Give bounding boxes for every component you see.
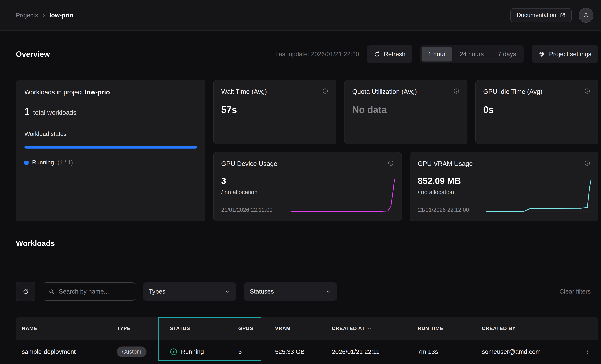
info-icon[interactable]	[453, 88, 459, 94]
time-range-24-hours[interactable]: 24 hours	[453, 47, 490, 61]
refresh-icon	[22, 288, 29, 295]
cell-created-by: someuser@amd.com	[482, 348, 581, 355]
stat-cards: Wait Time (Avg) 57s Quota Utilization (A…	[213, 80, 598, 221]
external-link-icon	[560, 12, 565, 18]
types-dropdown-label: Types	[149, 288, 165, 295]
refresh-icon	[374, 51, 380, 57]
breadcrumb-projects[interactable]: Projects	[16, 12, 38, 19]
refresh-label: Refresh	[384, 51, 405, 58]
gpu-idle-time-title: GPU Idle Time (Avg)	[483, 88, 542, 96]
column-header-gpus[interactable]: GPUS	[238, 326, 275, 332]
documentation-button[interactable]: Documentation	[511, 8, 571, 22]
column-header-type[interactable]: TYPE	[117, 326, 170, 332]
column-header-status[interactable]: STATUS	[170, 326, 238, 332]
column-header-created-at[interactable]: CREATED AT	[332, 326, 418, 332]
workloads-card-project-name: low-prio	[85, 89, 110, 96]
types-dropdown[interactable]: Types	[143, 282, 236, 301]
running-legend-ratio: (1 / 1)	[58, 159, 73, 166]
overview-header: Overview Last update: 2026/01/21 22:20 R…	[16, 45, 598, 63]
gpu-idle-time-card: GPU Idle Time (Avg) 0s	[475, 80, 598, 144]
wait-time-title: Wait Time (Avg)	[221, 88, 267, 96]
workloads-count-row: 1 total workloads	[24, 106, 197, 117]
statuses-dropdown[interactable]: Statuses	[244, 282, 337, 301]
gpu-device-usage-title: GPU Device Usage	[221, 160, 277, 168]
info-icon[interactable]	[584, 88, 591, 94]
search-icon	[49, 288, 55, 295]
row-actions-kebab-icon[interactable]	[581, 348, 594, 355]
breadcrumb: Projects low-prio	[16, 12, 73, 19]
search-box	[43, 282, 135, 301]
gpu-device-usage-sparkline	[291, 178, 395, 212]
column-header-vram[interactable]: VRAM	[275, 326, 332, 332]
time-range-7-days[interactable]: 7 days	[491, 47, 523, 61]
gpu-vram-usage-card: GPU VRAM Usage 852.09 MB / no allocation…	[410, 152, 598, 221]
running-status-icon	[170, 348, 177, 355]
cell-gpus: 3	[238, 348, 275, 355]
time-range-1-hour[interactable]: 1 hour	[422, 47, 452, 61]
time-range-segmented-control: 1 hour 24 hours 7 days	[420, 45, 524, 63]
table-row[interactable]: sample-deployment Custom Running 3 525.3…	[16, 340, 598, 364]
cell-created-at: 2026/01/21 22:11	[332, 348, 418, 355]
info-icon[interactable]	[584, 160, 591, 166]
refresh-button[interactable]: Refresh	[367, 45, 412, 63]
status-label: Running	[181, 348, 204, 355]
column-header-run-time[interactable]: RUN TIME	[418, 326, 482, 332]
workloads-summary-card: Workloads in project low-prio 1 total wo…	[16, 80, 205, 221]
page-title: Overview	[16, 49, 50, 59]
app-viewport: Projects low-prio Documentation Overview	[0, 0, 601, 364]
workloads-toolbar: Types Statuses Clear filters	[16, 282, 591, 301]
wait-time-card: Wait Time (Avg) 57s	[213, 80, 336, 144]
gpu-vram-usage-sparkline	[486, 178, 591, 212]
workloads-card-title-prefix: Workloads in project	[24, 89, 83, 96]
info-icon[interactable]	[322, 88, 329, 94]
info-icon[interactable]	[388, 160, 394, 166]
column-header-created-by[interactable]: CREATED BY	[482, 326, 581, 332]
top-bar: Projects low-prio Documentation	[0, 0, 601, 30]
chevron-down-icon	[224, 289, 230, 295]
search-input[interactable]	[58, 288, 130, 295]
workloads-count-label: total workloads	[33, 109, 77, 117]
running-legend-label: Running	[32, 159, 54, 166]
project-settings-label: Project settings	[549, 51, 591, 58]
workloads-table: NAME TYPE STATUS GPUS VRAM CREATED AT RU…	[16, 317, 598, 364]
last-update-text: Last update: 2026/01/21 22:20	[275, 51, 359, 58]
breadcrumb-current-project: low-prio	[50, 12, 73, 19]
project-settings-button[interactable]: Project settings	[532, 45, 598, 63]
table-header: NAME TYPE STATUS GPUS VRAM CREATED AT RU…	[16, 317, 598, 340]
chevron-down-icon	[325, 289, 331, 295]
column-header-name[interactable]: NAME	[22, 326, 117, 332]
cell-name: sample-deployment	[22, 348, 117, 355]
cell-type: Custom	[117, 346, 170, 357]
gpu-vram-usage-title: GPU VRAM Usage	[418, 160, 473, 168]
workload-states-label: Workload states	[24, 131, 197, 137]
cell-vram: 525.33 GB	[275, 348, 332, 355]
topbar-actions: Documentation	[511, 8, 593, 22]
running-legend-swatch	[24, 160, 29, 165]
gear-icon	[539, 51, 545, 57]
workload-states-bar	[24, 146, 197, 148]
quota-utilization-value: No data	[352, 104, 460, 115]
workload-states-legend: Running (1 / 1)	[24, 159, 197, 166]
workloads-card-title: Workloads in project low-prio	[24, 89, 197, 96]
workloads-count: 1	[24, 106, 30, 117]
user-menu-button[interactable]	[579, 8, 593, 22]
wait-time-value: 57s	[221, 104, 329, 115]
quota-utilization-title: Quota Utilization (Avg)	[352, 88, 417, 96]
workloads-section-title: Workloads	[16, 239, 601, 248]
documentation-label: Documentation	[517, 12, 556, 19]
quota-utilization-card: Quota Utilization (Avg) No data	[344, 80, 467, 144]
overview-controls: Last update: 2026/01/21 22:20 Refresh 1 …	[275, 45, 598, 63]
overview-cards: Workloads in project low-prio 1 total wo…	[16, 80, 598, 221]
cell-status: Running	[170, 348, 238, 355]
gpu-idle-time-value: 0s	[483, 104, 591, 115]
chevron-right-icon	[41, 12, 47, 18]
user-icon	[582, 12, 590, 19]
gpu-device-usage-card: GPU Device Usage 3 / no allocation 21/01…	[213, 152, 402, 221]
sort-chevron-down-icon	[367, 326, 372, 331]
type-badge: Custom	[117, 346, 147, 357]
table-refresh-button[interactable]	[16, 282, 35, 301]
statuses-dropdown-label: Statuses	[250, 288, 274, 295]
clear-filters-button[interactable]: Clear filters	[560, 288, 591, 295]
cell-run-time: 7m 13s	[418, 348, 482, 355]
